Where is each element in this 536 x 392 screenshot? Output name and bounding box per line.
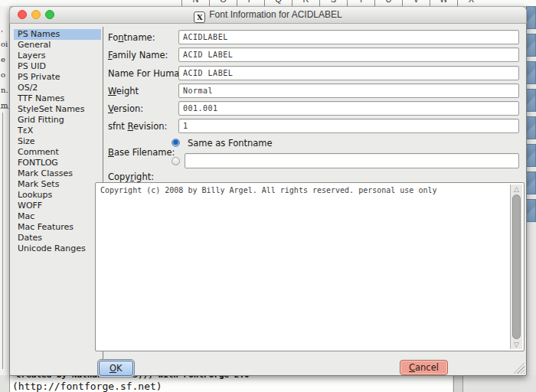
sidebar-item-dates[interactable]: Dates bbox=[14, 233, 101, 243]
scroll-up-icon[interactable]: △ bbox=[511, 185, 522, 194]
weight-label: Weight bbox=[108, 86, 139, 96]
window-title: XFont Information for ACIDLABEL bbox=[10, 9, 526, 23]
version-input[interactable] bbox=[178, 101, 519, 116]
background-glyph-cells-column bbox=[526, 6, 536, 227]
scrollbar-thumb[interactable] bbox=[512, 194, 521, 339]
copyright-scrollbar[interactable]: △ ▽ bbox=[510, 185, 522, 349]
version-label: Version: bbox=[108, 103, 143, 114]
copyright-textarea[interactable]: Copyright (c) 2008 by Billy Argel. All r… bbox=[95, 182, 525, 351]
sidebar-item-styleset-names[interactable]: StyleSet Names bbox=[14, 104, 101, 115]
fontname-input[interactable] bbox=[178, 30, 519, 44]
glyph-cell bbox=[526, 116, 536, 139]
background-text-fragment: oi bbox=[1, 40, 8, 48]
glyph-cell bbox=[526, 199, 536, 222]
sidebar-item-size[interactable]: Size bbox=[14, 136, 101, 147]
sidebar-item-mac-features[interactable]: Mac Features bbox=[14, 222, 101, 233]
sidebar-item-unicode-ranges[interactable]: Unicode Ranges bbox=[14, 243, 101, 254]
glyph-cell bbox=[526, 6, 536, 29]
copyright-label: Copyright: bbox=[108, 172, 154, 182]
background-text-fragment: m bbox=[1, 101, 8, 109]
background-url-line: (http://fontforge.sf.net) bbox=[12, 381, 162, 392]
background-bottom-strip: created by Nathan Willis))) with FontFor… bbox=[0, 375, 536, 392]
glyph-cell bbox=[526, 89, 536, 112]
same-as-fontname-label: Same as Fontname bbox=[188, 138, 273, 149]
family-name-input[interactable] bbox=[178, 47, 519, 62]
sidebar-list: PS NamesGeneralLayersPS UIDPS PrivateOS/… bbox=[14, 29, 101, 254]
background-vline bbox=[2, 113, 3, 369]
sidebar-item-mac[interactable]: Mac bbox=[14, 211, 101, 222]
same-as-fontname-radio[interactable] bbox=[172, 139, 180, 147]
sidebar-item-t-x[interactable]: TεX bbox=[14, 126, 101, 136]
sidebar-item-lookups[interactable]: Lookups bbox=[14, 190, 101, 201]
sidebar-item-os-2[interactable]: OS/2 bbox=[14, 83, 101, 93]
name-for-humans-input[interactable] bbox=[178, 66, 519, 80]
base-filename-label: Base Filename: bbox=[108, 147, 175, 158]
x11-app-icon: X bbox=[194, 11, 205, 23]
sidebar-item-mark-sets[interactable]: Mark Sets bbox=[14, 179, 101, 190]
sidebar-item-ps-uid[interactable]: PS UID bbox=[14, 61, 101, 72]
background-splitter bbox=[453, 375, 463, 392]
background-text-fragment: , bbox=[1, 24, 3, 33]
glyph-cell bbox=[526, 172, 536, 194]
font-information-dialog: XFont Information for ACIDLABEL PS Names… bbox=[9, 6, 527, 376]
titlebar[interactable]: XFont Information for ACIDLABEL bbox=[9, 6, 527, 24]
window-title-text: Font Information for ACIDLABEL bbox=[209, 9, 342, 20]
fontname-label: Fontname: bbox=[108, 32, 155, 43]
ok-button[interactable]: OK bbox=[99, 361, 133, 376]
background-text-fragment: n. bbox=[1, 86, 8, 94]
sidebar-item-woff[interactable]: WOFF bbox=[14, 201, 101, 211]
sfnt-revision-input[interactable] bbox=[178, 119, 519, 133]
sidebar-item-comment[interactable]: Comment bbox=[14, 147, 101, 158]
sidebar-item-ps-private[interactable]: PS Private bbox=[14, 72, 101, 83]
family-name-label: Family Name: bbox=[108, 50, 168, 60]
sidebar-item-ps-names[interactable]: PS Names bbox=[14, 29, 101, 40]
background-text-fragment: o bbox=[1, 70, 5, 79]
sidebar-item-grid-fitting[interactable]: Grid Fitting bbox=[14, 115, 101, 126]
background-text-fragment: e bbox=[1, 55, 5, 64]
glyph-cell bbox=[526, 61, 536, 84]
glyph-cell bbox=[526, 34, 536, 57]
copyright-text[interactable]: Copyright (c) 2008 by Billy Argel. All r… bbox=[100, 186, 507, 194]
custom-filename-radio[interactable] bbox=[172, 157, 180, 165]
sidebar-item-fontlog[interactable]: FONTLOG bbox=[14, 158, 101, 168]
sidebar-item-ttf-names[interactable]: TTF Names bbox=[14, 93, 101, 104]
resize-grip-icon[interactable] bbox=[513, 362, 525, 374]
weight-input[interactable] bbox=[178, 83, 519, 98]
sidebar-item-mark-classes[interactable]: Mark Classes bbox=[14, 168, 101, 179]
background-left-strip: ,oieon.m bbox=[0, 6, 9, 375]
sfnt-revision-label: sfnt Revision: bbox=[108, 121, 167, 132]
glyph-cell bbox=[526, 144, 536, 167]
cancel-button[interactable]: Cancel bbox=[400, 360, 448, 375]
ok-button-focus-ring: OK bbox=[97, 359, 135, 377]
sidebar-item-layers[interactable]: Layers bbox=[14, 51, 101, 61]
background-text-panel: created by Nathan Willis))) with FontFor… bbox=[9, 375, 453, 392]
custom-filename-input[interactable] bbox=[185, 153, 519, 168]
sidebar-item-general[interactable]: General bbox=[14, 40, 101, 51]
scroll-down-icon[interactable]: ▽ bbox=[511, 340, 522, 349]
